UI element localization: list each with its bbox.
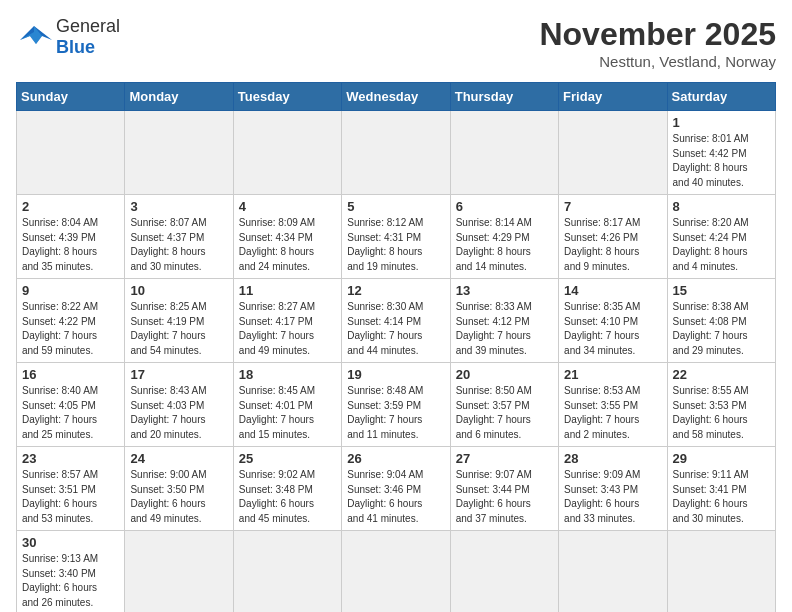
week-row-1: 1Sunrise: 8:01 AM Sunset: 4:42 PM Daylig… (17, 111, 776, 195)
day-number: 2 (22, 199, 119, 214)
day-cell (450, 531, 558, 613)
day-cell (559, 531, 667, 613)
weekday-header-friday: Friday (559, 83, 667, 111)
day-number: 14 (564, 283, 661, 298)
day-info: Sunrise: 8:43 AM Sunset: 4:03 PM Dayligh… (130, 384, 227, 442)
day-info: Sunrise: 8:45 AM Sunset: 4:01 PM Dayligh… (239, 384, 336, 442)
day-number: 7 (564, 199, 661, 214)
day-info: Sunrise: 8:22 AM Sunset: 4:22 PM Dayligh… (22, 300, 119, 358)
day-number: 4 (239, 199, 336, 214)
day-info: Sunrise: 8:17 AM Sunset: 4:26 PM Dayligh… (564, 216, 661, 274)
day-cell (342, 111, 450, 195)
day-info: Sunrise: 9:07 AM Sunset: 3:44 PM Dayligh… (456, 468, 553, 526)
day-cell (559, 111, 667, 195)
day-info: Sunrise: 8:12 AM Sunset: 4:31 PM Dayligh… (347, 216, 444, 274)
day-cell: 23Sunrise: 8:57 AM Sunset: 3:51 PM Dayli… (17, 447, 125, 531)
day-info: Sunrise: 8:55 AM Sunset: 3:53 PM Dayligh… (673, 384, 770, 442)
svg-marker-1 (20, 26, 42, 44)
day-cell (233, 531, 341, 613)
month-title: November 2025 (539, 16, 776, 53)
day-number: 26 (347, 451, 444, 466)
day-number: 5 (347, 199, 444, 214)
day-info: Sunrise: 8:38 AM Sunset: 4:08 PM Dayligh… (673, 300, 770, 358)
day-cell: 15Sunrise: 8:38 AM Sunset: 4:08 PM Dayli… (667, 279, 775, 363)
day-cell: 12Sunrise: 8:30 AM Sunset: 4:14 PM Dayli… (342, 279, 450, 363)
day-cell: 18Sunrise: 8:45 AM Sunset: 4:01 PM Dayli… (233, 363, 341, 447)
day-cell: 6Sunrise: 8:14 AM Sunset: 4:29 PM Daylig… (450, 195, 558, 279)
day-cell: 14Sunrise: 8:35 AM Sunset: 4:10 PM Dayli… (559, 279, 667, 363)
day-info: Sunrise: 8:09 AM Sunset: 4:34 PM Dayligh… (239, 216, 336, 274)
day-cell: 8Sunrise: 8:20 AM Sunset: 4:24 PM Daylig… (667, 195, 775, 279)
day-cell: 5Sunrise: 8:12 AM Sunset: 4:31 PM Daylig… (342, 195, 450, 279)
week-row-5: 23Sunrise: 8:57 AM Sunset: 3:51 PM Dayli… (17, 447, 776, 531)
week-row-4: 16Sunrise: 8:40 AM Sunset: 4:05 PM Dayli… (17, 363, 776, 447)
day-info: Sunrise: 8:40 AM Sunset: 4:05 PM Dayligh… (22, 384, 119, 442)
day-cell (342, 531, 450, 613)
day-number: 23 (22, 451, 119, 466)
day-info: Sunrise: 9:13 AM Sunset: 3:40 PM Dayligh… (22, 552, 119, 610)
day-number: 10 (130, 283, 227, 298)
day-number: 20 (456, 367, 553, 382)
day-cell: 25Sunrise: 9:02 AM Sunset: 3:48 PM Dayli… (233, 447, 341, 531)
day-info: Sunrise: 8:20 AM Sunset: 4:24 PM Dayligh… (673, 216, 770, 274)
day-number: 29 (673, 451, 770, 466)
day-info: Sunrise: 8:25 AM Sunset: 4:19 PM Dayligh… (130, 300, 227, 358)
day-info: Sunrise: 9:02 AM Sunset: 3:48 PM Dayligh… (239, 468, 336, 526)
day-cell (125, 531, 233, 613)
day-number: 30 (22, 535, 119, 550)
day-info: Sunrise: 8:07 AM Sunset: 4:37 PM Dayligh… (130, 216, 227, 274)
day-cell (450, 111, 558, 195)
day-cell: 28Sunrise: 9:09 AM Sunset: 3:43 PM Dayli… (559, 447, 667, 531)
day-number: 18 (239, 367, 336, 382)
day-number: 25 (239, 451, 336, 466)
day-number: 24 (130, 451, 227, 466)
location: Nesttun, Vestland, Norway (539, 53, 776, 70)
day-cell: 16Sunrise: 8:40 AM Sunset: 4:05 PM Dayli… (17, 363, 125, 447)
day-cell: 11Sunrise: 8:27 AM Sunset: 4:17 PM Dayli… (233, 279, 341, 363)
weekday-header-tuesday: Tuesday (233, 83, 341, 111)
day-number: 22 (673, 367, 770, 382)
logo-icon (16, 22, 52, 50)
day-cell (667, 531, 775, 613)
logo: General Blue (16, 16, 120, 56)
day-info: Sunrise: 9:00 AM Sunset: 3:50 PM Dayligh… (130, 468, 227, 526)
day-number: 9 (22, 283, 119, 298)
day-info: Sunrise: 8:27 AM Sunset: 4:17 PM Dayligh… (239, 300, 336, 358)
day-cell: 17Sunrise: 8:43 AM Sunset: 4:03 PM Dayli… (125, 363, 233, 447)
weekday-header-saturday: Saturday (667, 83, 775, 111)
week-row-6: 30Sunrise: 9:13 AM Sunset: 3:40 PM Dayli… (17, 531, 776, 613)
day-number: 13 (456, 283, 553, 298)
weekday-header-row: SundayMondayTuesdayWednesdayThursdayFrid… (17, 83, 776, 111)
day-number: 8 (673, 199, 770, 214)
day-cell (233, 111, 341, 195)
day-cell: 9Sunrise: 8:22 AM Sunset: 4:22 PM Daylig… (17, 279, 125, 363)
day-info: Sunrise: 9:04 AM Sunset: 3:46 PM Dayligh… (347, 468, 444, 526)
day-cell: 4Sunrise: 8:09 AM Sunset: 4:34 PM Daylig… (233, 195, 341, 279)
day-cell: 20Sunrise: 8:50 AM Sunset: 3:57 PM Dayli… (450, 363, 558, 447)
day-info: Sunrise: 9:11 AM Sunset: 3:41 PM Dayligh… (673, 468, 770, 526)
day-number: 21 (564, 367, 661, 382)
day-number: 11 (239, 283, 336, 298)
title-block: November 2025 Nesttun, Vestland, Norway (539, 16, 776, 70)
day-info: Sunrise: 8:33 AM Sunset: 4:12 PM Dayligh… (456, 300, 553, 358)
day-cell: 24Sunrise: 9:00 AM Sunset: 3:50 PM Dayli… (125, 447, 233, 531)
day-info: Sunrise: 8:57 AM Sunset: 3:51 PM Dayligh… (22, 468, 119, 526)
day-number: 28 (564, 451, 661, 466)
day-number: 6 (456, 199, 553, 214)
day-info: Sunrise: 8:53 AM Sunset: 3:55 PM Dayligh… (564, 384, 661, 442)
day-cell (125, 111, 233, 195)
day-number: 17 (130, 367, 227, 382)
weekday-header-sunday: Sunday (17, 83, 125, 111)
page-header: General Blue November 2025 Nesttun, Vest… (16, 16, 776, 70)
day-info: Sunrise: 8:30 AM Sunset: 4:14 PM Dayligh… (347, 300, 444, 358)
day-cell: 21Sunrise: 8:53 AM Sunset: 3:55 PM Dayli… (559, 363, 667, 447)
day-cell (17, 111, 125, 195)
day-number: 3 (130, 199, 227, 214)
day-cell: 10Sunrise: 8:25 AM Sunset: 4:19 PM Dayli… (125, 279, 233, 363)
day-cell: 7Sunrise: 8:17 AM Sunset: 4:26 PM Daylig… (559, 195, 667, 279)
day-cell: 30Sunrise: 9:13 AM Sunset: 3:40 PM Dayli… (17, 531, 125, 613)
weekday-header-monday: Monday (125, 83, 233, 111)
day-cell: 27Sunrise: 9:07 AM Sunset: 3:44 PM Dayli… (450, 447, 558, 531)
day-cell: 22Sunrise: 8:55 AM Sunset: 3:53 PM Dayli… (667, 363, 775, 447)
day-cell: 19Sunrise: 8:48 AM Sunset: 3:59 PM Dayli… (342, 363, 450, 447)
